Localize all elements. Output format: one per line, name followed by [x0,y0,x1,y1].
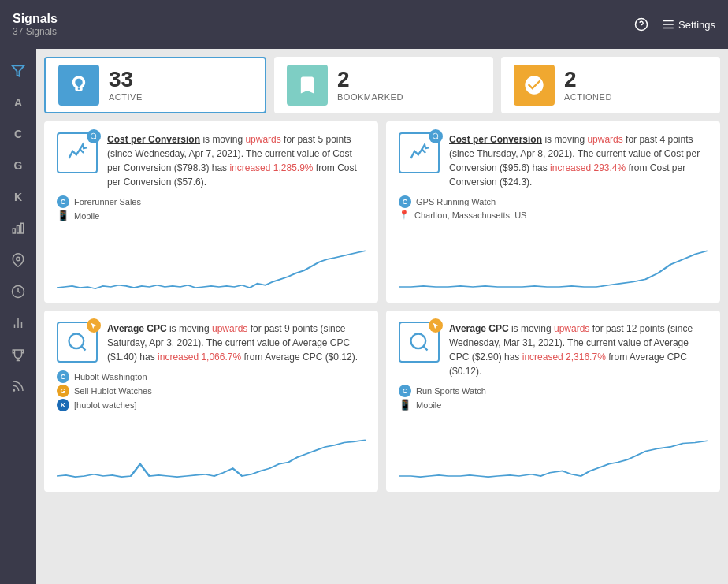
meta-badge-c-4: C [399,385,411,397]
signal-meta-3-1: G Sell Hublot Watches [57,385,366,397]
signal-meta-3-2: K [hublot watches] [57,399,366,411]
cursor-chart-icon-1 [66,142,88,164]
sidebar: A C G K [0,49,36,584]
signal-meta-4-1: 📱 Mobile [399,399,708,411]
sidebar-label-A: A [14,96,22,109]
signal-card-1-meta: C Forerunner Sales 📱 Mobile [57,195,366,221]
svg-rect-8 [21,223,24,233]
map-pin-icon [11,253,25,267]
bookmarked-count-block: 2 Bookmarked [337,69,403,102]
app-title: Signals [13,12,58,26]
signal-meta-3-0: C Hubolt Washington [57,370,366,383]
meta-text-1-0: Forerunner Sales [74,197,141,206]
signals-grid: Cost per Conversion is moving upwards fo… [44,121,720,492]
header-actions: Settings [634,17,715,32]
sidebar-item-feed[interactable] [4,372,32,400]
settings-label: Settings [678,19,715,31]
settings-icon [661,17,675,32]
active-count-block: 33 Active [109,69,143,102]
signal-metric-link-3[interactable]: Average CPC [107,323,167,334]
signal-change-pct-1: 1,285.9% [273,162,314,173]
sidebar-item-location[interactable] [4,246,32,274]
meta-text-3-1: Sell Hublot Watches [74,386,152,396]
sidebar-item-history[interactable] [4,277,32,306]
sidebar-item-filter[interactable] [4,57,32,85]
meta-text-1-1: Mobile [74,211,99,221]
signal-metric-link-1[interactable]: Cost per Conversion [107,134,200,145]
summary-row: 33 Active 2 Bookmarked [44,57,720,113]
bookmarked-label: Bookmarked [337,92,403,102]
signal-card-3: Average CPC is moving upwards for past 9… [44,311,378,492]
signal-badge-4 [429,318,443,333]
bookmark-icon [296,74,318,96]
bar-chart-icon [11,221,25,236]
meta-text-3-2: [hublot watches] [74,400,137,410]
signal-chart-1 [57,225,366,296]
actioned-icon [523,74,545,96]
signal-card-2-top: Cost per Conversion is moving upwards fo… [399,132,708,189]
sidebar-item-analytics[interactable] [4,309,32,337]
summary-card-actioned[interactable]: 2 Actioned [501,57,720,113]
signal-meta-2-1: 📍 Charlton, Massachusetts, US [399,210,708,220]
signal-meta-1-0: C Forerunner Sales [57,195,366,208]
signal-direction-1: upwards [245,134,280,145]
signal-direction-2: upwards [587,134,622,145]
help-button[interactable] [634,17,648,32]
signal-chart-2 [399,223,708,296]
header-title-block: Signals 37 Signals [13,12,58,37]
signal-card-4-meta: C Run Sports Watch 📱 Mobile [399,385,708,411]
meta-badge-c-2: C [399,195,411,208]
signal-metric-link-2[interactable]: Cost per Conversion [449,134,542,145]
meta-badge-c-3: C [57,370,69,383]
sidebar-item-A[interactable]: A [4,88,32,117]
meta-badge-g-3: G [57,385,69,397]
signal-direction-3: upwards [212,323,247,334]
lightbulb-icon [68,74,90,96]
signal-chart-4 [399,414,708,485]
signal-card-4-top: Average CPC is moving upwards for past 1… [399,322,708,378]
analytics-icon [11,316,25,330]
settings-button[interactable]: Settings [661,17,715,32]
mobile-icon-1: 📱 [57,210,69,221]
sidebar-item-reports[interactable] [4,214,32,243]
active-count: 33 [109,69,143,91]
signal-meta-2-0: C GPS Running Watch [399,195,708,208]
signal-card-3-icon [57,322,98,363]
signal-metric-link-4[interactable]: Average CPC [449,323,509,334]
sidebar-item-trophy[interactable] [4,340,32,369]
signal-card-2-icon [399,132,440,173]
meta-text-2-1: Charlton, Massachusetts, US [414,210,526,220]
sidebar-item-G[interactable]: G [4,151,32,180]
signal-badge-3 [87,318,101,333]
sidebar-label-K: K [14,191,22,203]
signal-card-3-top: Average CPC is moving upwards for past 9… [57,322,366,364]
chart-svg-1 [57,249,366,296]
meta-badge-c-1: C [57,195,69,208]
rss-icon [11,379,25,393]
sidebar-item-K[interactable]: K [4,183,32,211]
summary-card-bookmarked[interactable]: 2 Bookmarked [274,57,493,113]
filter-icon [11,64,25,78]
signal-text-2a: is moving [544,134,587,145]
signal-card-3-text: Average CPC is moving upwards for past 9… [107,322,366,364]
svg-point-21 [411,334,426,349]
signal-card-4-text: Average CPC is moving upwards for past 1… [449,322,708,378]
meta-text-3-0: Hubolt Washington [74,372,147,381]
signal-card-1-icon [57,132,98,173]
content-area: 33 Active 2 Bookmarked [36,49,728,584]
svg-rect-7 [17,225,20,233]
signal-from-3: from Average CPC ($0.12). [243,352,358,363]
bookmarked-count: 2 [337,69,403,91]
app-subtitle: 37 Signals [13,26,58,37]
clock-icon [11,285,25,299]
signal-meta-1-1: 📱 Mobile [57,210,366,221]
mobile-icon-4: 📱 [399,399,411,411]
svg-point-19 [69,334,84,349]
svg-line-20 [81,346,85,350]
signal-badge-1 [87,129,101,143]
signal-change-pct-4: 2,316.7% [566,352,606,363]
sidebar-item-C[interactable]: C [4,120,32,148]
chart-svg-3 [57,438,366,485]
summary-card-active[interactable]: 33 Active [44,57,266,113]
svg-point-17 [433,133,438,139]
